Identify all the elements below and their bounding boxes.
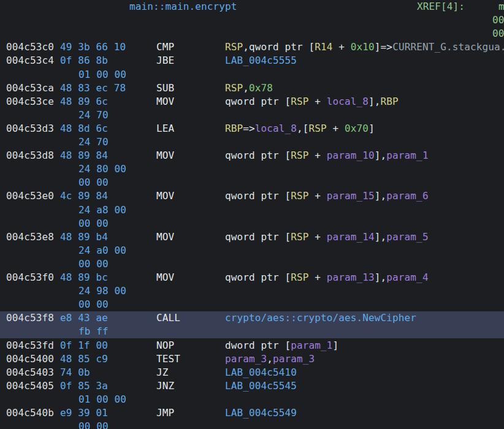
byte-values: e8 43 ae [60, 311, 108, 325]
byte-values: 48 89 bc [60, 271, 108, 284]
address: 004c53c4 [6, 54, 54, 67]
xref-entry[interactable]: ma [498, 0, 504, 13]
address: 004c5405 [6, 379, 54, 393]
listing-row[interactable]: 004c540374 0bJZLAB_004c5410 [0, 366, 504, 379]
operand-lab[interactable]: LAB_004c5549 [225, 407, 297, 419]
listing-row[interactable]: 00 [0, 13, 504, 27]
operand-const: 0x78 [249, 82, 273, 94]
byte-values-continuation: 24 70 [78, 108, 109, 122]
operands: LAB_004c5410 [225, 366, 297, 379]
xref-entry[interactable]: 00 [492, 13, 504, 27]
operand-txt: qword ptr [ [225, 150, 291, 161]
byte-values: 0f 86 8b [60, 54, 108, 67]
operands: LAB_004c5549 [225, 406, 297, 420]
byte-values: 4c 89 84 [60, 189, 108, 203]
operand-var: local_8 [327, 96, 368, 107]
listing-row[interactable]: 004c53e848 89 b4MOVqword ptr [RSP + para… [0, 230, 504, 244]
listing-row[interactable]: 00 00 [0, 217, 504, 230]
listing-row[interactable]: 004c540048 85 c9TESTparam_3,param_3 [0, 352, 504, 366]
mnemonic: MOV [156, 95, 174, 108]
operand-txt: ,[ [297, 123, 309, 134]
operand-reg: RSP [225, 82, 243, 94]
listing-row[interactable]: 00 00 [0, 176, 504, 189]
operand-txt: ], [375, 190, 387, 202]
listing-row[interactable]: 00 [0, 27, 504, 40]
address: 004c53d3 [6, 122, 54, 135]
operand-txt: + [327, 123, 345, 134]
listing-row[interactable]: 24 98 00 [0, 284, 504, 298]
listing-row[interactable]: 24 a8 00 [0, 203, 504, 217]
xref-count-label[interactable]: XREF[4]: [417, 0, 465, 13]
operand-txt: qword ptr [ [225, 190, 291, 202]
mnemonic: NOP [156, 339, 174, 352]
listing-row[interactable]: 004c53c40f 86 8bJBELAB_004c5555 [0, 54, 504, 67]
operand-txt: + [309, 190, 327, 202]
byte-values-continuation: 24 a8 00 [78, 203, 126, 217]
operands: qword ptr [RSP + param_14],param_5 [225, 230, 429, 244]
function-title: main::main.encrypt [129, 0, 237, 13]
operand-txt: ]=> [375, 41, 392, 53]
listing-row[interactable]: 004c53d848 89 84MOVqword ptr [RSP + para… [0, 149, 504, 162]
listing-row[interactable]: 004c53ca48 83 ec 78SUBRSP,0x78 [0, 82, 504, 95]
operand-txt: dword ptr [ [225, 340, 291, 351]
operand-txt: + [309, 96, 327, 107]
listing-row[interactable]: 004c540be9 39 01JMPLAB_004c5549 [0, 406, 504, 420]
listing-row[interactable]: 004c53c049 3b 66 10CMPRSP,qword ptr [R14… [0, 40, 504, 54]
listing-row[interactable]: 24 a0 00 [0, 244, 504, 257]
xref-entry[interactable]: 00 [492, 27, 504, 40]
operand-reg: RSP [225, 41, 243, 53]
operand-var: local_8 [255, 123, 297, 134]
listing-row[interactable]: 24 70 [0, 108, 504, 122]
operand-var: param_1 [386, 150, 428, 161]
operand-ext: CURRENT_G.stackgua... [392, 41, 504, 53]
operand-lab[interactable]: LAB_004c5545 [225, 380, 297, 392]
mnemonic: SUB [156, 82, 174, 95]
listing-row[interactable]: 004c53fd0f 1f 00NOPdword ptr [param_1] [0, 339, 504, 352]
byte-values: 48 89 84 [60, 149, 108, 162]
disassembly-listing[interactable]: main::main.encryptXREF[4]:ma0000004c53c0… [0, 0, 504, 429]
operand-fn[interactable]: crypto/aes::crypto/aes.NewCipher [225, 312, 416, 324]
address: 004c53d8 [6, 149, 54, 162]
listing-row[interactable]: 004c53d348 8d 6cLEARBP=>local_8,[RSP + 0… [0, 122, 504, 135]
operand-lab[interactable]: LAB_004c5555 [225, 55, 297, 66]
listing-row[interactable]: main::main.encryptXREF[4]:ma [0, 0, 504, 13]
mnemonic: CMP [156, 40, 174, 54]
address: 004c53ce [6, 95, 54, 108]
address: 004c53e8 [6, 230, 54, 244]
listing-row-selected[interactable]: fb ff [0, 325, 504, 338]
address: 004c5400 [6, 352, 54, 366]
operand-txt: qword ptr [ [225, 271, 291, 283]
listing-row[interactable]: 00 00 [0, 298, 504, 311]
listing-row[interactable]: 00 00 [0, 257, 504, 271]
listing-row[interactable]: 004c54050f 85 3aJNZLAB_004c5545 [0, 379, 504, 393]
operands: RSP,0x78 [225, 82, 273, 95]
listing-row[interactable]: 00 00 [0, 420, 504, 429]
listing-row[interactable]: 004c53ce48 89 6cMOVqword ptr [RSP + loca… [0, 95, 504, 108]
listing-row[interactable]: 004c53f048 89 bcMOVqword ptr [RSP + para… [0, 271, 504, 284]
operand-reg: RSP [291, 150, 308, 161]
address: 004c540b [6, 406, 54, 420]
operand-txt: => [243, 123, 255, 134]
listing-row[interactable]: 01 00 00 [0, 68, 504, 82]
byte-values: 74 0b [60, 366, 90, 379]
operands: param_3,param_3 [225, 352, 315, 366]
byte-values-continuation: fb ff [78, 325, 109, 338]
listing-row[interactable]: 24 70 [0, 135, 504, 149]
mnemonic: LEA [156, 122, 174, 135]
operand-reg: RBP [381, 96, 399, 107]
operand-txt: + [309, 150, 327, 161]
listing-row[interactable]: 004c53e04c 89 84MOVqword ptr [RSP + para… [0, 189, 504, 203]
operand-lab[interactable]: LAB_004c5410 [225, 366, 297, 378]
operand-txt: + [309, 271, 327, 283]
listing-row-selected[interactable]: 004c53f8e8 43 aeCALLcrypto/aes::crypto/a… [0, 311, 504, 325]
operand-reg: RSP [309, 123, 327, 134]
address: 004c53e0 [6, 189, 54, 203]
listing-row[interactable]: 01 00 00 [0, 393, 504, 406]
listing-row[interactable]: 24 80 00 [0, 162, 504, 176]
operand-var: param_4 [386, 271, 428, 283]
operand-reg: RSP [291, 190, 308, 202]
mnemonic: MOV [156, 149, 174, 162]
operand-txt: ], [375, 231, 387, 243]
byte-values-continuation: 24 a0 00 [78, 244, 126, 257]
operands: LAB_004c5555 [225, 54, 297, 67]
